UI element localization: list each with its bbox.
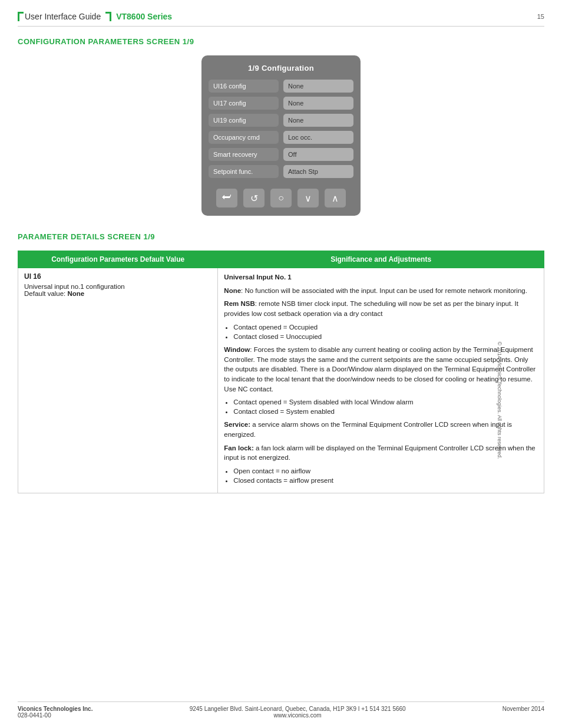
list-window: Contact opened = System disabled with lo… xyxy=(233,397,538,416)
config-section-heading: CONFIGURATION PARAMETERS SCREEN 1/9 xyxy=(18,37,544,46)
param-table: Configuration Parameters Default Value S… xyxy=(18,251,544,493)
row-label-ui16: UI16 config xyxy=(209,80,279,93)
bracket-right-icon xyxy=(105,12,111,21)
param-title: UI 16 xyxy=(24,272,211,281)
row-label-occupancy: Occupancy cmd xyxy=(209,131,279,144)
device-row-ui16: UI16 config None xyxy=(209,80,353,93)
row-value-setpoint: Attach Stp xyxy=(283,165,353,178)
row-value-smart-recovery: Off xyxy=(283,148,353,161)
device-buttons: ⮨ ↺ ○ ∨ ∧ xyxy=(209,184,353,207)
device-row-setpoint: Setpoint func. Attach Stp xyxy=(209,165,353,178)
param-sub1: Universal input no.1 configuration xyxy=(24,283,211,290)
col-header-left: Configuration Parameters Default Value xyxy=(18,251,218,268)
footer-address: 9245 Langelier Blvd. Saint-Leonard, Queb… xyxy=(190,706,406,712)
list-item: Contact opened = System disabled with lo… xyxy=(233,397,538,407)
footer-date: November 2014 xyxy=(503,706,544,712)
list-item: Open contact = no airflow xyxy=(233,466,538,476)
row-label-ui17: UI17 config xyxy=(209,97,279,110)
param-section-heading: PARAMETER DETAILS SCREEN 1/9 xyxy=(18,232,544,241)
device-panel: 1/9 Configuration UI16 config None UI17 … xyxy=(201,55,361,216)
device-panel-wrapper: 1/9 Configuration UI16 config None UI17 … xyxy=(18,55,544,216)
table-row: UI 16 Universal input no.1 configuration… xyxy=(18,268,544,493)
page-header: User Interface Guide VT8600 Series 15 xyxy=(18,12,544,27)
company-name: Viconics Technologies Inc. xyxy=(18,706,92,712)
list-item: Contact closed = Unoccupied xyxy=(233,332,538,341)
footer-center: 9245 Langelier Blvd. Saint-Leonard, Queb… xyxy=(190,706,406,719)
left-col: UI 16 Universal input no.1 configuration… xyxy=(18,268,218,493)
row-value-occupancy: Loc occ. xyxy=(283,131,353,144)
list-item: Contact opened = Occupied xyxy=(233,322,538,332)
device-row-ui19: UI19 config None xyxy=(209,114,353,127)
list-item: Contact closed = System enabled xyxy=(233,407,538,416)
right-title: Universal Input No. 1 xyxy=(224,272,538,282)
panel-title: 1/9 Configuration xyxy=(209,64,353,73)
btn-refresh[interactable]: ↺ xyxy=(243,189,265,207)
doc-number: 028-0441-00 xyxy=(18,712,92,719)
page-number: 15 xyxy=(537,13,544,20)
block-rem-nsb: Rem NSB: remote NSB timer clock input. T… xyxy=(224,299,538,318)
param-sub2: Default value: None xyxy=(24,290,211,297)
btn-down[interactable]: ∨ xyxy=(297,189,319,207)
side-copyright: © 2014 Viconics Technologies. All rights… xyxy=(497,342,503,459)
col-header-right: Significance and Adjustments xyxy=(218,251,544,268)
footer-website: www.viconics.com xyxy=(190,712,406,719)
footer-right: November 2014 xyxy=(503,706,544,719)
row-label-smart-recovery: Smart recovery xyxy=(209,148,279,161)
block-none: None: No function will be associated wit… xyxy=(224,286,538,296)
page-footer: Viconics Technologies Inc. 028-0441-00 9… xyxy=(18,701,544,719)
block-service: Service: a service alarm shows on the Te… xyxy=(224,420,538,439)
row-value-ui17: None xyxy=(283,97,353,110)
btn-home[interactable]: ○ xyxy=(270,189,292,207)
param-section: PARAMETER DETAILS SCREEN 1/9 Configurati… xyxy=(18,232,544,493)
btn-up[interactable]: ∧ xyxy=(325,189,346,207)
row-value-ui16: None xyxy=(283,80,353,93)
right-col: Universal Input No. 1 None: No function … xyxy=(218,268,544,493)
device-row-smart-recovery: Smart recovery Off xyxy=(209,148,353,161)
bracket-left-icon xyxy=(18,12,24,21)
device-row-ui17: UI17 config None xyxy=(209,97,353,110)
device-row-occupancy: Occupancy cmd Loc occ. xyxy=(209,131,353,144)
series-label: VT8600 Series xyxy=(116,12,172,21)
list-fanlock: Open contact = no airflow Closed contact… xyxy=(233,466,538,485)
btn-back[interactable]: ⮨ xyxy=(216,189,237,207)
list-item: Closed contacts = airflow present xyxy=(233,476,538,485)
footer-left: Viconics Technologies Inc. 028-0441-00 xyxy=(18,706,92,719)
block-fanlock: Fan lock: a fan lock alarm will be displ… xyxy=(224,443,538,463)
row-value-ui19: None xyxy=(283,114,353,127)
row-label-setpoint: Setpoint func. xyxy=(209,165,279,178)
guide-label: User Interface Guide xyxy=(25,12,101,21)
row-label-ui19: UI19 config xyxy=(209,114,279,127)
list-nsb: Contact opened = Occupied Contact closed… xyxy=(233,322,538,341)
param-default: None xyxy=(68,290,85,297)
block-window: Window: Forces the system to disable any… xyxy=(224,345,538,394)
